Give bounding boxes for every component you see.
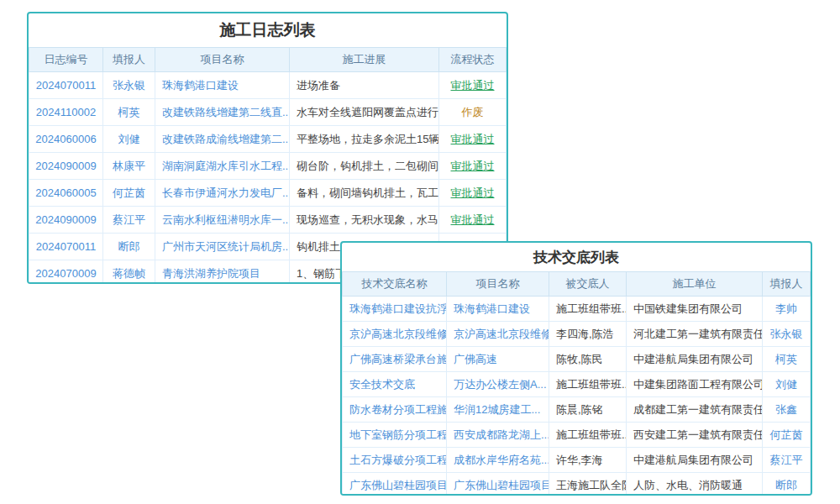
status-badge[interactable]: 审批通过 — [439, 180, 507, 207]
progress-text: 现场巡查，无积水现象，水马... — [290, 207, 439, 234]
column-header-progress: 施工进展 — [290, 48, 439, 72]
log-id-link[interactable]: 2024070011 — [29, 72, 103, 99]
progress-text: 平整场地，拉走多余泥土15辆... — [290, 126, 439, 153]
disclosee-text: 陈晨,陈铭 — [549, 397, 627, 423]
disclosee-text: 许华,李海 — [549, 448, 627, 473]
disclosee-text: 李四海,陈浩 — [549, 322, 627, 347]
reporter-link[interactable]: 柯英 — [763, 347, 811, 372]
table-row: 广佛高速桥梁承台施... 广佛高速 陈牧,陈民 中建港航局集团有限公司 柯英 — [343, 347, 811, 372]
status-badge[interactable]: 审批通过 — [439, 126, 507, 153]
table-row: 京沪高速北京段维修... 京沪高速北京段维修 李四海,陈浩 河北建工第一建筑有限… — [343, 322, 811, 347]
project-link[interactable]: 华润12城房建工... — [447, 397, 549, 423]
status-badge[interactable]: 审批通过 — [439, 207, 507, 234]
reporter-link[interactable]: 刘健 — [103, 126, 155, 153]
reporter-link[interactable]: 断郎 — [103, 234, 155, 260]
progress-text: 进场准备 — [290, 72, 439, 99]
technical-disclosure-table: 技术交底名称 项目名称 被交底人 施工单位 填报人 珠海鹤港口建设抗浮... 珠… — [342, 271, 811, 496]
table-row: 2024060005 何芷茵 长春市伊通河水力发电厂... 备料，砌间墙钩机排土… — [29, 180, 507, 207]
reporter-link[interactable]: 李帅 — [763, 297, 811, 322]
reporter-link[interactable]: 刘健 — [763, 372, 811, 397]
log-id-link[interactable]: 2024090009 — [29, 207, 103, 234]
status-badge: 作废 — [439, 99, 507, 126]
reporter-link[interactable]: 断郎 — [763, 473, 811, 496]
table-row: 地下室钢筋分项工程... 西安成都路龙湖上... 施工班组带班... 西安建工第… — [343, 423, 811, 448]
unit-text: 中建集团路面工程有限公司 — [627, 372, 763, 397]
column-header-disclosee: 被交底人 — [549, 272, 627, 297]
reporter-link[interactable]: 柯英 — [103, 99, 155, 126]
project-link[interactable]: 京沪高速北京段维修 — [447, 322, 549, 347]
reporter-link[interactable]: 何芷茵 — [763, 423, 811, 448]
status-badge[interactable]: 审批通过 — [439, 153, 507, 180]
project-link[interactable]: 云南水利枢纽潜明水库一... — [155, 207, 290, 234]
table-row: 2024060006 刘健 改建铁路成渝线增建第二... 平整场地，拉走多余泥土… — [29, 126, 507, 153]
reporter-link[interactable]: 林康平 — [103, 153, 155, 180]
column-header-reporter: 填报人 — [103, 48, 155, 72]
disclosure-name-link[interactable]: 防水卷材分项工程施... — [343, 397, 447, 423]
table-row: 2024090009 蔡江平 云南水利枢纽潜明水库一... 现场巡查，无积水现象… — [29, 207, 507, 234]
technical-disclosure-panel: 技术交底列表 技术交底名称 项目名称 被交底人 施工单位 填报人 珠海鹤港口建设… — [340, 241, 812, 496]
disclosure-name-link[interactable]: 广佛高速桥梁承台施... — [343, 347, 447, 372]
reporter-link[interactable]: 蔡江平 — [763, 448, 811, 473]
unit-text: 成都建工第一建筑有限责任公司 — [627, 397, 763, 423]
table-row: 防水卷材分项工程施... 华润12城房建工... 陈晨,陈铭 成都建工第一建筑有… — [343, 397, 811, 423]
disclosee-text: 施工班组带班... — [549, 423, 627, 448]
disclosee-text: 施工班组带班... — [549, 372, 627, 397]
column-header-log-id: 日志编号 — [29, 48, 103, 72]
disclosure-name-link[interactable]: 珠海鹤港口建设抗浮... — [343, 297, 447, 322]
reporter-link[interactable]: 张鑫 — [763, 397, 811, 423]
project-link[interactable]: 珠海鹤港口建设 — [155, 72, 290, 99]
project-link[interactable]: 万达办公楼左侧A... — [447, 372, 549, 397]
table-row: 2024070011 张永银 珠海鹤港口建设 进场准备 审批通过 — [29, 72, 507, 99]
log-id-link[interactable]: 2024070011 — [29, 234, 103, 260]
disclosure-name-link[interactable]: 安全技术交底 — [343, 372, 447, 397]
log-id-link[interactable]: 2024060005 — [29, 180, 103, 207]
header-row: 日志编号 填报人 项目名称 施工进展 流程状态 — [29, 48, 507, 72]
reporter-link[interactable]: 蔡江平 — [103, 207, 155, 234]
progress-text: 备料，砌间墙钩机排土，瓦工... — [290, 180, 439, 207]
unit-text: 西安建工第一建筑有限责任公司 — [627, 423, 763, 448]
unit-text: 人防、水电、消防暖通 — [627, 473, 763, 496]
progress-text: 砌台阶，钩机排土，二包砌间... — [290, 153, 439, 180]
project-link[interactable]: 改建铁路成渝线增建第二... — [155, 126, 290, 153]
table-row: 广东佛山碧桂园项目... 广东佛山碧桂园项目 王海施工队全队 人防、水电、消防暖… — [343, 473, 811, 496]
column-header-project: 项目名称 — [447, 272, 549, 297]
project-link[interactable]: 长春市伊通河水力发电厂... — [155, 180, 290, 207]
status-badge[interactable]: 审批通过 — [439, 72, 507, 99]
reporter-link[interactable]: 张永银 — [103, 72, 155, 99]
disclosure-name-link[interactable]: 广东佛山碧桂园项目... — [343, 473, 447, 496]
log-id-link[interactable]: 2024070009 — [29, 260, 103, 285]
unit-text: 河北建工第一建筑有限责任公司 — [627, 322, 763, 347]
project-link[interactable]: 西安成都路龙湖上... — [447, 423, 549, 448]
log-id-link[interactable]: 2024110002 — [29, 99, 103, 126]
project-link[interactable]: 成都水岸华府名苑... — [447, 448, 549, 473]
log-id-link[interactable]: 2024060006 — [29, 126, 103, 153]
reporter-link[interactable]: 张永银 — [763, 322, 811, 347]
project-link[interactable]: 广州市天河区统计局机房... — [155, 234, 290, 260]
project-link[interactable]: 湖南洞庭湖水库引水工程... — [155, 153, 290, 180]
column-header-unit: 施工单位 — [627, 272, 763, 297]
column-header-disclosure-name: 技术交底名称 — [343, 272, 447, 297]
table-row: 2024110002 柯英 改建铁路线增建第二线直... 水车对全线遮阳网覆盖点… — [29, 99, 507, 126]
reporter-link[interactable]: 蒋德帧 — [103, 260, 155, 285]
reporter-link[interactable]: 何芷茵 — [103, 180, 155, 207]
project-link[interactable]: 青海洪湖养护院项目 — [155, 260, 290, 285]
header-row: 技术交底名称 项目名称 被交底人 施工单位 填报人 — [343, 272, 811, 297]
project-link[interactable]: 珠海鹤港口建设 — [447, 297, 549, 322]
column-header-project: 项目名称 — [155, 48, 290, 72]
technical-disclosure-title: 技术交底列表 — [342, 243, 811, 271]
table-row: 土石方爆破分项工程... 成都水岸华府名苑... 许华,李海 中建港航局集团有限… — [343, 448, 811, 473]
unit-text: 中国铁建集团有限公司 — [627, 297, 763, 322]
project-link[interactable]: 广东佛山碧桂园项目 — [447, 473, 549, 496]
disclosure-name-link[interactable]: 地下室钢筋分项工程... — [343, 423, 447, 448]
project-link[interactable]: 改建铁路线增建第二线直... — [155, 99, 290, 126]
column-header-reporter: 填报人 — [763, 272, 811, 297]
unit-text: 中建港航局集团有限公司 — [627, 448, 763, 473]
disclosure-name-link[interactable]: 京沪高速北京段维修... — [343, 322, 447, 347]
disclosee-text: 施工班组带班... — [549, 297, 627, 322]
project-link[interactable]: 广佛高速 — [447, 347, 549, 372]
table-row: 2024090009 林康平 湖南洞庭湖水库引水工程... 砌台阶，钩机排土，二… — [29, 153, 507, 180]
log-id-link[interactable]: 2024090009 — [29, 153, 103, 180]
disclosure-name-link[interactable]: 土石方爆破分项工程... — [343, 448, 447, 473]
disclosee-text: 陈牧,陈民 — [549, 347, 627, 372]
construction-log-title: 施工日志列表 — [29, 13, 507, 47]
